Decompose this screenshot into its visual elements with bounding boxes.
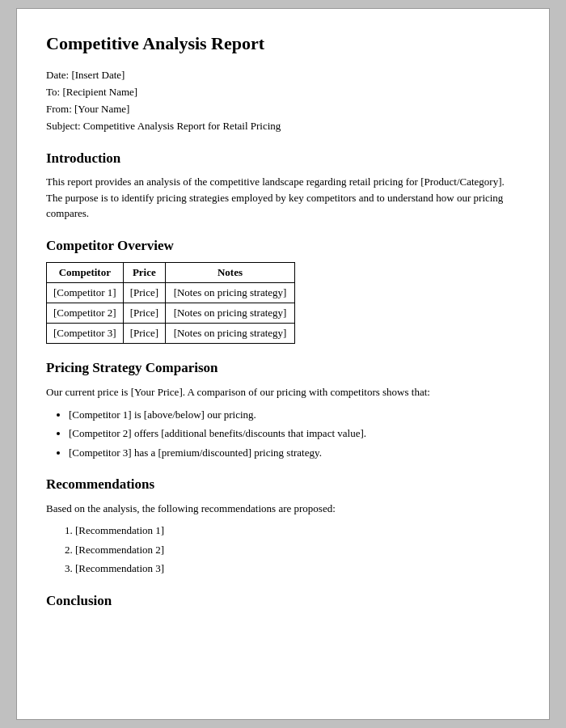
meta-subject: Subject: Competitive Analysis Report for… — [46, 119, 520, 133]
col-header-notes: Notes — [166, 262, 295, 282]
table-cell: [Competitor 2] — [47, 303, 124, 324]
list-item: [Competitor 2] offers [additional benefi… — [69, 425, 520, 442]
table-cell: [Notes on pricing strategy] — [166, 303, 295, 324]
meta-date: Date: [Insert Date] — [46, 68, 520, 83]
table-row: [Competitor 3][Price][Notes on pricing s… — [47, 324, 295, 344]
list-item: [Competitor 3] has a [premium/discounted… — [69, 445, 520, 461]
list-item: [Recommendation 3] — [75, 561, 520, 577]
meta-from: From: [Your Name] — [46, 102, 520, 116]
col-header-competitor: Competitor — [47, 262, 124, 282]
table-cell: [Price] — [123, 303, 165, 324]
col-header-price: Price — [123, 262, 165, 282]
table-cell: [Price] — [123, 282, 165, 303]
recommendations-heading: Recommendations — [46, 475, 520, 494]
list-item: [Recommendation 2] — [75, 542, 520, 558]
table-row: [Competitor 2][Price][Notes on pricing s… — [47, 303, 295, 324]
list-item: [Recommendation 1] — [75, 523, 520, 539]
pricing-strategy-intro: Our current price is [Your Price]. A com… — [46, 384, 520, 400]
recommendations-list: [Recommendation 1][Recommendation 2][Rec… — [75, 523, 520, 577]
introduction-heading: Introduction — [46, 149, 520, 168]
table-cell: [Notes on pricing strategy] — [166, 324, 295, 344]
meta-block: Date: [Insert Date] To: [Recipient Name]… — [46, 68, 520, 134]
competitor-overview-heading: Competitor Overview — [46, 236, 520, 256]
conclusion-heading: Conclusion — [46, 591, 520, 611]
recommendations-intro: Based on the analysis, the following rec… — [46, 501, 520, 517]
table-cell: [Price] — [123, 324, 165, 344]
report-page: Competitive Analysis Report Date: [Inser… — [16, 8, 550, 720]
table-cell: [Competitor 1] — [47, 282, 124, 303]
table-cell: [Notes on pricing strategy] — [166, 282, 295, 303]
pricing-bullets: [Competitor 1] is [above/below] our pric… — [69, 407, 520, 461]
pricing-strategy-heading: Pricing Strategy Comparison — [46, 358, 520, 378]
report-title: Competitive Analysis Report — [46, 32, 520, 57]
table-row: [Competitor 1][Price][Notes on pricing s… — [47, 282, 295, 303]
table-header-row: Competitor Price Notes — [47, 262, 295, 282]
list-item: [Competitor 1] is [above/below] our pric… — [69, 407, 520, 423]
meta-to: To: [Recipient Name] — [46, 85, 520, 99]
table-cell: [Competitor 3] — [47, 324, 124, 344]
introduction-body: This report provides an analysis of the … — [46, 174, 520, 222]
competitor-table: Competitor Price Notes [Competitor 1][Pr… — [46, 262, 295, 345]
